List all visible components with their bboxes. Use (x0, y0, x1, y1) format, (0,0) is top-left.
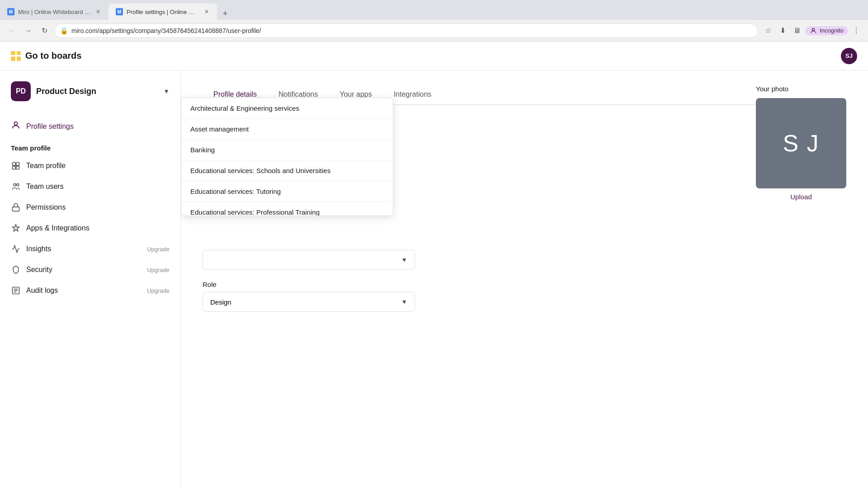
team-profile-section-label: Team profile (0, 137, 180, 155)
dropdown-item-0[interactable]: Architectural & Engineering services (181, 98, 393, 119)
dropdown-scroll: Architectural & Engineering services Ass… (181, 98, 393, 216)
download-button[interactable]: ⬇ (776, 24, 789, 37)
role-select[interactable]: Design ▼ (203, 292, 415, 312)
tab-label-profile: Profile settings | Online Whitebo... (127, 9, 199, 15)
team-avatar: PD (11, 81, 31, 101)
photo-initials: S J (783, 130, 819, 157)
permissions-icon (11, 202, 21, 212)
content-area: Profile details Notifications Your apps … (181, 70, 868, 488)
new-tab-button[interactable]: + (219, 7, 231, 20)
sidebar: PD Product Design ▼ Profile settings Tea… (0, 70, 181, 488)
profile-icon (11, 120, 21, 132)
insights-nav-label: Insights (26, 245, 142, 253)
audit-logs-icon (11, 286, 21, 296)
svg-rect-4 (13, 166, 16, 169)
sidebar-item-permissions[interactable]: Permissions (0, 197, 180, 218)
profile-favicon: M (116, 8, 123, 15)
app-header: Go to boards SJ (0, 42, 868, 70)
dropdown-item-3[interactable]: Educational services: Schools and Univer… (181, 160, 393, 181)
industry-dropdown-overlay: Architectural & Engineering services Ass… (181, 98, 393, 216)
close-tab-profile[interactable]: ✕ (203, 8, 210, 16)
svg-point-0 (812, 28, 815, 30)
close-tab-miro[interactable]: ✕ (94, 8, 101, 16)
svg-point-7 (17, 183, 19, 186)
upload-button[interactable]: Upload (756, 193, 846, 201)
go-to-boards-text: Go to boards (25, 51, 81, 61)
industry-field-section: ▼ (203, 250, 846, 270)
svg-rect-2 (13, 163, 16, 166)
sidebar-item-security[interactable]: Security Upgrade (0, 259, 180, 280)
incognito-label: Incognito (820, 27, 844, 34)
security-icon (11, 265, 21, 275)
photo-section: Your photo S J Upload (756, 85, 846, 201)
sidebar-item-team-profile[interactable]: Team profile (0, 155, 180, 176)
profile-settings-item[interactable]: Profile settings (0, 116, 180, 137)
browser-tab-miro[interactable]: M Miro | Online Whiteboard for Vis... ✕ (0, 4, 108, 20)
forward-button[interactable]: → (22, 24, 34, 37)
dropdown-item-2[interactable]: Banking (181, 140, 393, 160)
reload-button[interactable]: ↻ (38, 24, 51, 37)
team-dropdown-button[interactable]: ▼ (163, 88, 170, 95)
dropdown-item-4[interactable]: Educational services: Tutoring (181, 181, 393, 202)
team-name: Product Design (36, 87, 158, 96)
photo-box: S J (756, 98, 846, 188)
svg-rect-3 (16, 163, 19, 166)
go-to-boards-link[interactable]: Go to boards (11, 51, 81, 61)
bookmark-button[interactable]: ☆ (762, 24, 774, 37)
address-text: miro.com/app/settings/company/3458764562… (71, 27, 261, 34)
audit-logs-upgrade-badge: Upgrade (147, 287, 170, 294)
role-select-value: Design (210, 298, 231, 306)
sidebar-item-apps-integrations[interactable]: Apps & Integrations (0, 218, 180, 239)
address-bar[interactable]: 🔒 miro.com/app/settings/company/34587645… (54, 23, 758, 38)
user-avatar[interactable]: SJ (841, 48, 857, 64)
sidebar-item-audit-logs[interactable]: Audit logs Upgrade (0, 280, 180, 301)
tab-label-miro: Miro | Online Whiteboard for Vis... (18, 9, 91, 15)
desktop-button[interactable]: 🖥 (791, 24, 803, 37)
team-users-icon (11, 182, 21, 192)
profile-settings-label: Profile settings (26, 122, 74, 131)
svg-point-1 (14, 122, 17, 125)
dropdown-item-5[interactable]: Educational services: Professional Train… (181, 202, 393, 216)
role-chevron-icon: ▼ (401, 298, 407, 305)
team-profile-icon (11, 161, 21, 171)
apps-integrations-icon (11, 223, 21, 233)
team-profile-nav-label: Team profile (26, 162, 170, 170)
role-label: Role (203, 281, 846, 288)
svg-point-6 (14, 183, 16, 186)
security-nav-label: Security (26, 266, 142, 274)
sidebar-item-team-users[interactable]: Team users (0, 176, 180, 197)
insights-upgrade-badge: Upgrade (147, 246, 170, 253)
browser-tab-profile[interactable]: M Profile settings | Online Whitebo... ✕ (108, 4, 217, 20)
team-users-nav-label: Team users (26, 183, 170, 191)
role-field-section: Role Design ▼ (203, 281, 846, 312)
permissions-nav-label: Permissions (26, 203, 170, 211)
team-header: PD Product Design ▼ (0, 81, 180, 112)
menu-button[interactable]: ⋮ (850, 24, 863, 37)
audit-logs-nav-label: Audit logs (26, 286, 142, 295)
back-button[interactable]: ← (5, 24, 18, 37)
incognito-badge: Incognito (805, 26, 848, 35)
dropdown-item-1[interactable]: Asset management (181, 119, 393, 140)
svg-rect-5 (16, 166, 19, 169)
industry-select[interactable]: ▼ (203, 250, 415, 270)
industry-chevron-icon: ▼ (401, 256, 407, 263)
svg-rect-8 (13, 207, 19, 211)
miro-favicon: M (7, 8, 14, 15)
miro-logo (11, 51, 21, 61)
apps-integrations-nav-label: Apps & Integrations (26, 224, 170, 232)
insights-icon (11, 244, 21, 254)
security-upgrade-badge: Upgrade (147, 267, 170, 273)
photo-label: Your photo (756, 85, 846, 93)
sidebar-item-insights[interactable]: Insights Upgrade (0, 239, 180, 259)
lock-icon: 🔒 (60, 27, 68, 34)
